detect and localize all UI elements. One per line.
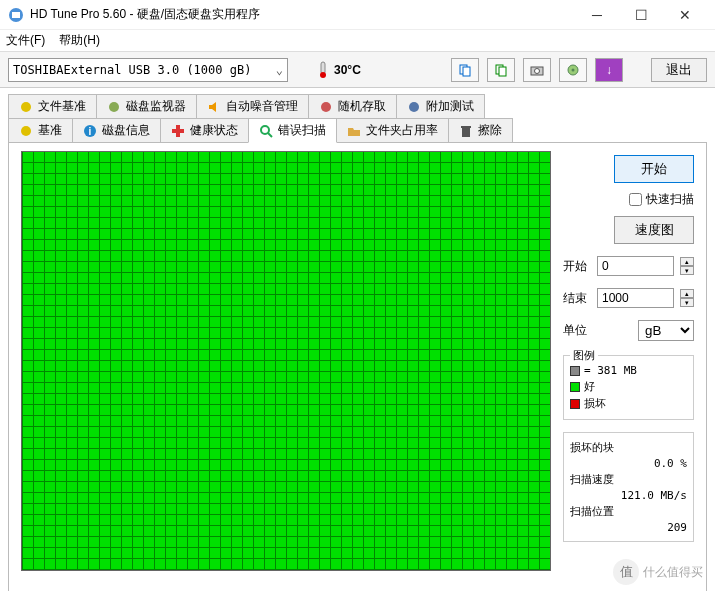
watermark-icon: 值 (613, 559, 639, 585)
speed-label: 扫描速度 (570, 472, 687, 487)
info-icon: i (83, 124, 97, 138)
svg-rect-1 (12, 12, 20, 18)
save-button[interactable]: ↓ (595, 58, 623, 82)
tab-label: 磁盘监视器 (126, 98, 186, 115)
tab-基准[interactable]: 基准 (8, 118, 73, 143)
tab-文件夹占用率[interactable]: 文件夹占用率 (336, 118, 449, 143)
svg-point-11 (572, 68, 575, 71)
start-input[interactable]: 0 (597, 256, 674, 276)
exit-button[interactable]: 退出 (651, 58, 707, 82)
damaged-label: 损坏的块 (570, 440, 687, 455)
health-icon (171, 124, 185, 138)
tab-label: 随机存取 (338, 98, 386, 115)
svg-point-12 (21, 102, 31, 112)
tab-label: 附加测试 (426, 98, 474, 115)
pos-label: 扫描位置 (570, 504, 687, 519)
menu-file[interactable]: 文件(F) (6, 32, 45, 49)
quick-scan-input[interactable] (629, 193, 642, 206)
side-panel: 开始 快速扫描 速度图 开始 0 ▴▾ 结束 1000 ▴▾ 单位 gB 图例 … (563, 151, 694, 591)
start-button[interactable]: 开始 (614, 155, 694, 183)
svg-point-9 (535, 68, 540, 73)
menubar: 文件(F) 帮助(H) (0, 30, 715, 52)
copy-text-button[interactable] (487, 58, 515, 82)
scan-grid (21, 151, 551, 571)
app-icon (8, 7, 24, 23)
random-icon (319, 100, 333, 114)
tab-健康状态[interactable]: 健康状态 (160, 118, 249, 143)
tab-擦除[interactable]: 擦除 (448, 118, 513, 143)
tab-label: 自动噪音管理 (226, 98, 298, 115)
legend-bad-swatch (570, 399, 580, 409)
unit-select[interactable]: gB (638, 320, 694, 341)
watermark-text: 什么值得买 (643, 564, 703, 581)
extra-icon (407, 100, 421, 114)
speaker-icon (207, 100, 221, 114)
svg-point-16 (21, 126, 31, 136)
svg-point-13 (109, 102, 119, 112)
thermometer-icon (316, 61, 330, 79)
svg-rect-7 (499, 67, 506, 76)
settings-button[interactable] (559, 58, 587, 82)
quick-scan-checkbox[interactable]: 快速扫描 (629, 191, 694, 208)
copy-text-icon (494, 63, 508, 77)
svg-point-3 (320, 72, 326, 78)
start-spinner[interactable]: ▴▾ (680, 257, 694, 275)
svg-rect-5 (463, 67, 470, 76)
tab-label: 擦除 (478, 122, 502, 139)
tabs-row1: 文件基准磁盘监视器自动噪音管理随机存取附加测试 (8, 94, 707, 118)
end-input[interactable]: 1000 (597, 288, 674, 308)
tab-错误扫描[interactable]: 错误扫描 (248, 118, 337, 143)
camera-icon (530, 63, 544, 77)
down-arrow-icon: ↓ (606, 63, 612, 77)
svg-point-15 (409, 102, 419, 112)
window-title: HD Tune Pro 5.60 - 硬盘/固态硬盘实用程序 (30, 6, 575, 23)
tabs-row2: 基准i磁盘信息健康状态错误扫描文件夹占用率擦除 (8, 118, 707, 142)
tab-label: 文件基准 (38, 98, 86, 115)
temperature: 30°C (316, 61, 361, 79)
tab-随机存取[interactable]: 随机存取 (308, 94, 397, 119)
bulb-yellow-icon (19, 100, 33, 114)
quick-scan-label: 快速扫描 (646, 191, 694, 208)
end-spinner[interactable]: ▴▾ (680, 289, 694, 307)
svg-rect-20 (172, 129, 184, 133)
svg-rect-24 (461, 126, 471, 128)
menu-help[interactable]: 帮助(H) (59, 32, 100, 49)
tab-label: 文件夹占用率 (366, 122, 438, 139)
bulb-icon (19, 124, 33, 138)
gear-icon (566, 63, 580, 77)
start-field: 开始 0 ▴▾ (563, 256, 694, 276)
maximize-button[interactable]: ☐ (619, 1, 663, 29)
tab-文件基准[interactable]: 文件基准 (8, 94, 97, 119)
tab-label: 基准 (38, 122, 62, 139)
svg-point-21 (261, 126, 269, 134)
legend-block-label: = 381 MB (584, 364, 637, 377)
drive-select[interactable]: TOSHIBAExternal USB 3.0 (1000 gB) ⌄ (8, 58, 288, 82)
copy-icon (458, 63, 472, 77)
minimize-button[interactable]: ─ (575, 1, 619, 29)
legend-title: 图例 (570, 348, 598, 363)
tab-附加测试[interactable]: 附加测试 (396, 94, 485, 119)
copy-button[interactable] (451, 58, 479, 82)
close-button[interactable]: ✕ (663, 1, 707, 29)
chevron-down-icon: ⌄ (276, 63, 283, 77)
content-area: 开始 快速扫描 速度图 开始 0 ▴▾ 结束 1000 ▴▾ 单位 gB 图例 … (8, 142, 707, 591)
tab-磁盘信息[interactable]: i磁盘信息 (72, 118, 161, 143)
speed-map-button[interactable]: 速度图 (614, 216, 694, 244)
unit-label: 单位 (563, 322, 591, 339)
drive-select-value: TOSHIBAExternal USB 3.0 (1000 gB) (13, 63, 251, 77)
end-field: 结束 1000 ▴▾ (563, 288, 694, 308)
tab-磁盘监视器[interactable]: 磁盘监视器 (96, 94, 197, 119)
speed-value: 121.0 MB/s (570, 489, 687, 502)
legend-bad-label: 损坏 (584, 396, 606, 411)
temperature-value: 30°C (334, 63, 361, 77)
scan-icon (259, 124, 273, 138)
toolbar: TOSHIBAExternal USB 3.0 (1000 gB) ⌄ 30°C… (0, 52, 715, 88)
screenshot-button[interactable] (523, 58, 551, 82)
disk-monitor-icon (107, 100, 121, 114)
tab-label: 错误扫描 (278, 122, 326, 139)
legend-block-swatch (570, 366, 580, 376)
legend-box: 图例 = 381 MB 好 损坏 (563, 355, 694, 420)
start-label: 开始 (563, 258, 591, 275)
tab-自动噪音管理[interactable]: 自动噪音管理 (196, 94, 309, 119)
svg-point-14 (321, 102, 331, 112)
